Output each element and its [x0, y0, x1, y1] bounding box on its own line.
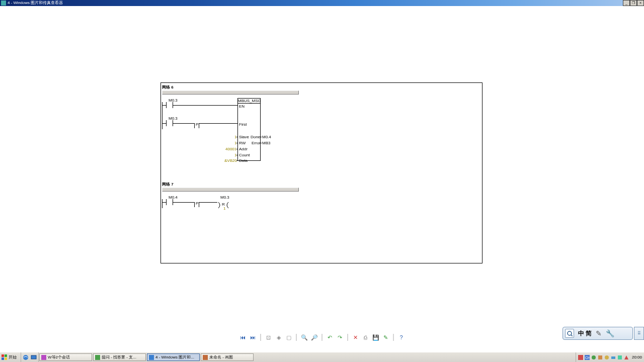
viewer-toolbar: ⏮⏭⊡◈▢🔍🔎↶↷✕⎙💾✎? [239, 334, 405, 341]
tray-icon-3[interactable] [591, 355, 596, 360]
task-item-icon [95, 355, 100, 360]
slideshow-icon[interactable]: ▢ [285, 334, 292, 341]
mbus-slave: Slave [239, 135, 249, 139]
edit-icon[interactable]: ✎ [382, 334, 389, 341]
zoomin-icon[interactable]: 🔍 [301, 334, 308, 341]
svg-point-0 [568, 331, 572, 335]
actual-icon[interactable]: ◈ [275, 334, 282, 341]
system-tray: CH 20:00 [576, 352, 644, 362]
tray-icon-4[interactable] [598, 355, 603, 360]
svg-line-1 [571, 335, 573, 336]
toolbar-separator [261, 334, 261, 341]
svg-point-17 [605, 355, 609, 359]
svg-rect-8 [41, 355, 46, 360]
svg-rect-18 [611, 356, 615, 359]
net7-power-rail [162, 199, 163, 208]
window-controls: _ ❐ × [623, 0, 644, 6]
mbus-first: First [239, 122, 247, 127]
task-item-icon [149, 355, 154, 360]
toolbar-separator [393, 334, 394, 341]
mbus-count: Count [239, 153, 250, 157]
network7-bar [162, 188, 299, 192]
net6-contact1 [166, 102, 173, 108]
network6-header: 网络 6 [162, 84, 299, 95]
task-item[interactable]: 提问 - 找答案 - 支... [93, 353, 146, 361]
mbus-out-done: M0.4 [262, 135, 271, 139]
ie-icon[interactable] [23, 354, 29, 360]
network6-bar [162, 90, 299, 95]
tray-icon-2[interactable]: CH [585, 355, 590, 360]
start-label: 开始 [9, 354, 17, 360]
toolbar-separator [322, 334, 323, 341]
mbus-error: Error [252, 141, 261, 145]
minimize-button[interactable]: _ [623, 0, 630, 6]
tray-icon-1[interactable] [578, 355, 583, 360]
task-item-label: 未命名 - 画图 [209, 354, 233, 360]
mbus-in-addr: 40001 [225, 147, 236, 151]
next-icon[interactable]: ⏭ [250, 334, 257, 341]
task-item-icon [203, 355, 208, 360]
svg-rect-19 [618, 355, 622, 359]
h [199, 123, 237, 124]
mbus-rw: RW [239, 141, 246, 145]
mbus-en: EN [239, 104, 245, 109]
h [162, 105, 166, 106]
delete-icon[interactable]: ✕ [352, 334, 359, 341]
net7-contact1 [166, 199, 173, 205]
task-item-label: 提问 - 找答案 - 支... [102, 354, 136, 360]
maximize-button[interactable]: ❐ [630, 0, 637, 6]
svg-rect-4 [2, 357, 4, 360]
tray-icon-8[interactable] [624, 355, 629, 360]
task-item-label: W等2个会话 [48, 354, 70, 360]
svg-rect-12 [578, 355, 583, 360]
close-button[interactable]: × [637, 0, 644, 6]
net6-contact2 [166, 120, 173, 126]
task-items: W等2个会话提问 - 找答案 - 支...4 - Windows 图片和...未… [39, 352, 254, 362]
svg-point-15 [592, 355, 596, 359]
task-item[interactable]: W等2个会话 [39, 353, 92, 361]
ime-pen-icon[interactable]: ✎ [596, 329, 602, 337]
network7-header: 网络 7 [162, 182, 299, 192]
app-icon [1, 1, 6, 6]
desktop-icon[interactable] [31, 354, 37, 360]
tray-icon-7[interactable] [617, 355, 622, 360]
net6-p-edge: P [194, 123, 199, 128]
ime-mode-icon[interactable] [565, 329, 574, 338]
rotl-icon[interactable]: ↶ [327, 334, 334, 341]
save-icon[interactable]: 💾 [372, 334, 379, 341]
ime-toolbar[interactable]: 中 简 ✎ 🔧 [562, 327, 633, 340]
h [162, 123, 166, 124]
rotr-icon[interactable]: ↷ [337, 334, 344, 341]
h [173, 105, 237, 106]
help-icon[interactable]: ? [398, 334, 405, 341]
window-title: 4 - Windows 图片和传真查看器 [8, 0, 63, 6]
net7-p-edge: P [194, 202, 199, 207]
mbus-in-data: &VB20 [224, 158, 237, 163]
start-button[interactable]: 开始 [0, 352, 21, 362]
tray-icon-6[interactable] [611, 355, 616, 360]
task-item-label: 4 - Windows 图片和... [155, 354, 194, 360]
net7-coil-n: 1 [223, 206, 225, 211]
clock: 20:00 [630, 355, 642, 359]
ime-expand[interactable]: ⠿ [634, 327, 644, 340]
mbus-done: Done [251, 135, 260, 139]
zoomout-icon[interactable]: 🔎 [311, 334, 318, 341]
mbus-out-error: MB3 [262, 141, 270, 145]
svg-rect-16 [598, 355, 602, 359]
plc-diagram: 网络 6 M0.3 M0.3 P MBUS_MSG EN First Slave [160, 82, 482, 263]
mbus-title: MBUS_MSG [238, 99, 260, 104]
task-item[interactable]: 未命名 - 画图 [201, 353, 254, 361]
task-item[interactable]: 4 - Windows 图片和... [147, 353, 200, 361]
network7-title: 网络 7 [162, 182, 299, 188]
print-icon[interactable]: ⎙ [362, 334, 369, 341]
task-item-icon [41, 355, 46, 360]
first-icon[interactable]: ⏮ [239, 334, 247, 341]
svg-rect-3 [5, 354, 7, 357]
tray-icon-5[interactable] [604, 355, 609, 360]
ime-wrench-icon[interactable]: 🔧 [606, 329, 614, 337]
mbus-addr: Addr [239, 147, 248, 151]
net7-coil-addr: M0.3 [220, 195, 229, 200]
quick-launch [21, 352, 39, 362]
svg-rect-10 [149, 355, 154, 360]
fit-icon[interactable]: ⊡ [265, 334, 272, 341]
